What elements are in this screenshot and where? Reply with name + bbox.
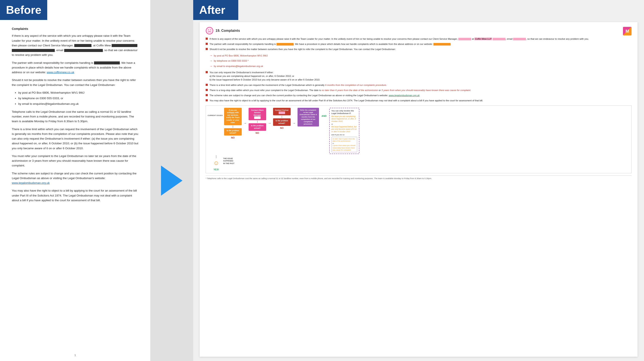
flowchart-box2: Contact Client Service Manager <box>248 108 266 120</box>
fc-arrow-3: → <box>292 121 296 126</box>
three-years-text: 3 years from when you should reasonably … <box>382 89 470 92</box>
footnote: * Telephone calls to the Legal Ombudsman… <box>206 175 632 180</box>
redacted-5 <box>94 62 120 65</box>
further-bullet-5-content: You may also have the right to object to… <box>210 99 632 102</box>
six-months-text: 6 months from the completion of our comp… <box>325 84 386 86</box>
flowchart: CURRENT ISSUES If you are unhappy with o… <box>206 105 632 173</box>
after-top-bar: 19. Complaints M <box>206 27 632 36</box>
redacted-pink-1 <box>458 38 471 40</box>
arrow-sym-2: → <box>210 59 212 63</box>
coffin-mew-highlight: Coffin Mew LLP <box>474 38 492 40</box>
after-document: 19. Complaints M If there is any aspect … <box>200 22 638 357</box>
bullet-square-f1 <box>206 71 208 73</box>
arrow-right-icon <box>161 166 182 196</box>
further-bullet-2: There is a time limit within which you c… <box>206 83 632 87</box>
flowchart-q3: Is the problem solved? <box>273 118 291 126</box>
bullet-email: by email to enquiries@legalombudsman.org… <box>18 102 138 106</box>
arrow-post: → by post at PO Box 6806, Wolverhampton … <box>210 53 632 58</box>
flowchart-q2: Is the problem solved? <box>248 123 266 131</box>
bullet-post: by post at PO Box 6806, Wolverhampton WV… <box>18 90 138 95</box>
after-bullet-3: Should it not be possible to resolve the… <box>206 48 632 51</box>
after-header-label: After <box>193 0 238 20</box>
after-bullet-1: If there is any aspect of the service wi… <box>206 37 632 41</box>
fc-past-label: THE ISSUEHAPPENEDIN THE PAST <box>223 157 234 165</box>
before-para-8: You may also have the right to object to… <box>12 188 138 203</box>
ombudsman-website-link[interactable]: www.legalombudsman.org.uk <box>389 94 420 97</box>
further-bullet-1-content: You can only request the Ombudsman's inv… <box>210 71 632 82</box>
after-bullet-2-content: The partner with overall responsibility … <box>210 42 632 46</box>
sad-face-icon <box>206 27 214 35</box>
further-bullet-1: You can only request the Ombudsman's inv… <box>206 71 632 82</box>
contact-post-text: by post at PO Box 6806, Wolverhampton WV… <box>214 54 268 58</box>
after-bullet-2: The partner with overall responsibility … <box>206 42 632 46</box>
redacted-4 <box>64 49 103 52</box>
bullet-square-f5 <box>206 99 208 101</box>
fc-connector-3 <box>282 116 282 118</box>
arrow-email: → by email to enquiries@legalombudsman.o… <box>210 64 632 69</box>
redacted-orange-1 <box>276 43 294 46</box>
bullet-square-3 <box>206 48 208 50</box>
arrow-sym-3: → <box>210 64 212 69</box>
before-para-3: Should it not be possible to resolve the… <box>12 78 138 87</box>
before-para-7: The scheme rules are subject to change a… <box>12 171 138 186</box>
section-title: 19. Complaints <box>206 27 240 35</box>
contact-email-text: by email to enquiries@legalombudsman.org… <box>214 65 263 68</box>
svg-point-2 <box>208 30 209 30</box>
fc-no-2: NO <box>256 131 259 135</box>
further-bullet-2-content: There is a time limit within which you c… <box>210 83 632 87</box>
coffin-mew-link[interactable]: www.coffinmew.co.uk <box>47 71 74 74</box>
flowchart-box1: If you are unhappy with our services, no… <box>224 108 242 125</box>
redacted-1 <box>74 44 92 47</box>
fc-smiley: ☺ <box>213 158 220 168</box>
bullet-square-f4 <box>206 94 208 96</box>
flowchart-q1: Is the problem solved? <box>224 128 242 136</box>
six-years-text: no later than 6 years from the date of t… <box>322 89 378 92</box>
fc-arrow-2: → <box>268 121 272 126</box>
bullet-square-f2 <box>206 84 208 86</box>
after-main-bullets: If there is any aspect of the service wi… <box>206 37 632 51</box>
bullet-square-1 <box>206 38 208 40</box>
before-section-title: Complaints <box>12 27 138 31</box>
fc-connector-2 <box>257 121 258 123</box>
redacted-pink-2 <box>493 38 506 40</box>
arrow-sym-1: → <box>210 53 212 58</box>
before-bullet-list: by post at PO Box 6806, Wolverhampton WV… <box>18 90 138 107</box>
fc-side-item-2: the issue happened before, but you only … <box>332 126 357 133</box>
fc-arrow-1: → <box>243 121 247 126</box>
fc-side-or: or <box>332 123 357 125</box>
further-bullet-4: The scheme rules are subject to change a… <box>206 94 632 97</box>
further-bullet-4-content: The scheme rules are subject to change a… <box>210 94 632 97</box>
fc-and-label: AND <box>322 114 327 118</box>
page-number: 1 <box>0 349 150 361</box>
further-bullet-5: You may also have the right to object to… <box>206 99 632 102</box>
before-content: Complaints If there is any aspect of the… <box>0 20 150 212</box>
flowchart-side-box: You can only involve the Legal Ombudsman… <box>329 108 359 154</box>
fc-sub-dashed-box: no later than 6 years from the date of t… <box>332 137 357 152</box>
flowchart-box3: Contact Partner <box>273 108 291 115</box>
before-para-2: The partner with overall responsibility … <box>12 61 138 75</box>
fc-no-3: NO <box>280 126 284 130</box>
bullet-square-2 <box>206 43 208 45</box>
ombudsman-link[interactable]: www.legalombudsman.org.uk <box>12 181 50 184</box>
bullet-square-f3 <box>206 89 208 91</box>
before-header-label: Before <box>0 0 47 20</box>
after-bullet-1-content: If there is any aspect of the service wi… <box>210 37 632 41</box>
before-para-1: If there is any aspect of the service wi… <box>12 34 138 57</box>
contact-telephone-text: by telephone on 0300 555 0333 * <box>214 59 248 63</box>
before-para-5: There is a time limit within which you c… <box>12 127 138 151</box>
bullet-telephone: by telephone on 0300 555 0333, or <box>18 96 138 101</box>
contact-arrow-list: → by post at PO Box 6806, Wolverhampton … <box>210 53 632 69</box>
svg-point-3 <box>210 30 211 30</box>
after-panel: After 19. Complaints M If there is an <box>193 0 644 361</box>
fc-connector-1 <box>233 126 233 128</box>
further-bullet-3-content: There is a long-stop date within which y… <box>210 89 632 92</box>
flowchart-box4: Refer the complaint to the Legal Ombudsm… <box>298 108 319 127</box>
current-issues-label: CURRENT ISSUES <box>208 114 223 117</box>
fc-side-item-1: the issue you are complaining about happ… <box>332 115 357 123</box>
redacted-pink-3 <box>513 38 526 40</box>
further-bullet-3: There is a long-stop date within which y… <box>206 89 632 92</box>
before-para-6: You must refer your complaint to the Leg… <box>12 154 138 168</box>
arrow-telephone: → by telephone on 0300 555 0333 * <box>210 59 632 63</box>
fc-and-if: and if you do so <box>332 134 357 136</box>
after-further-bullets: You can only request the Ombudsman's inv… <box>206 71 632 102</box>
